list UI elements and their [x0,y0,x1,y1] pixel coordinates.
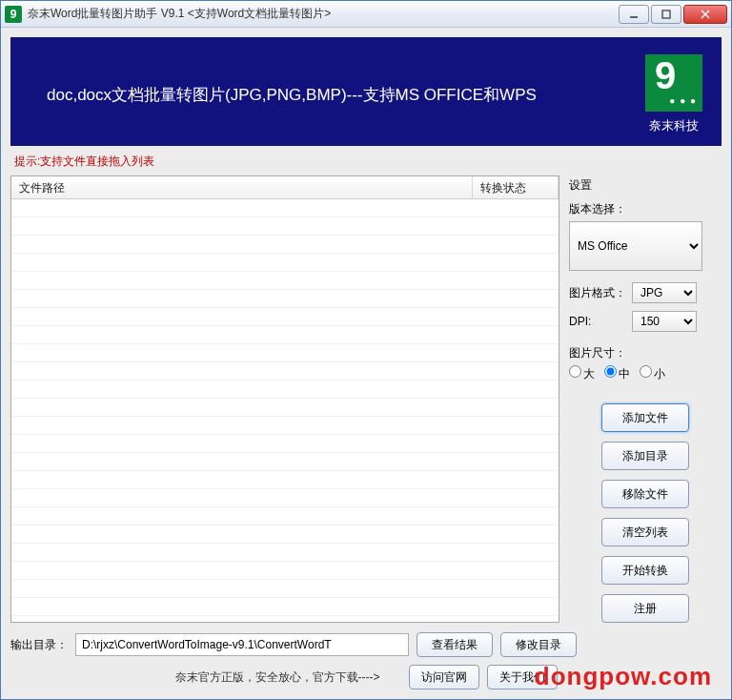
table-row [11,308,559,326]
table-row [11,562,559,580]
table-header: 文件路径 转换状态 [11,176,559,199]
main-area: 文件路径 转换状态 设置 版本选择： MS Office 图片格式： JPG [10,175,722,623]
app-window: 9 奈末Word批量转图片助手 V9.1 <支持Word文档批量转图片> doc… [0,0,732,700]
clear-list-button[interactable]: 清空列表 [601,518,689,546]
svg-rect-1 [662,10,670,18]
size-small[interactable]: 小 [640,365,665,382]
table-row [11,254,559,272]
table-row [11,236,559,254]
table-row [11,326,559,344]
version-label: 版本选择： [569,201,722,217]
format-select[interactable]: JPG [632,282,697,303]
table-row [11,344,559,362]
dpi-select[interactable]: 150 [632,311,697,332]
table-row [11,272,559,290]
about-button[interactable]: 关于我们 [487,665,558,690]
table-row [11,471,559,489]
output-row: 输出目录： 查看结果 修改目录 [10,632,722,657]
table-row [11,544,559,562]
table-row [11,453,559,471]
close-button[interactable] [683,5,727,24]
titlebar: 9 奈末Word批量转图片助手 V9.1 <支持Word文档批量转图片> [1,1,731,28]
logo-label: 奈末科技 [649,117,699,134]
logo-icon: 9● ● ● [645,54,702,112]
view-result-button[interactable]: 查看结果 [417,632,493,657]
size-label: 图片尺寸： [569,345,722,361]
action-buttons: 添加文件 添加目录 移除文件 清空列表 开始转换 注册 [569,403,722,623]
size-radio-group: 大 中 小 [569,365,722,382]
register-button[interactable]: 注册 [601,594,689,623]
content-area: doc,docx文档批量转图片(JPG,PNG,BMP)---支持MS OFFI… [1,28,731,699]
visit-site-button[interactable]: 访问官网 [409,665,479,690]
col-path-header: 文件路径 [11,176,473,198]
banner-logo: 9● ● ● 奈末科技 [645,54,702,134]
footer-text: 奈末官方正版，安全放心，官方下载----> [175,669,380,686]
table-row [11,290,559,308]
left-panel: 文件路径 转换状态 [10,175,559,623]
maximize-button[interactable] [651,5,681,24]
table-row [11,525,559,544]
size-large[interactable]: 大 [569,365,595,382]
table-row [11,399,559,417]
window-title: 奈末Word批量转图片助手 V9.1 <支持Word文档批量转图片> [28,6,619,22]
banner: doc,docx文档批量转图片(JPG,PNG,BMP)---支持MS OFFI… [10,37,722,146]
output-path-input[interactable] [75,633,409,656]
size-medium[interactable]: 中 [604,365,630,382]
banner-text: doc,docx文档批量转图片(JPG,PNG,BMP)---支持MS OFFI… [24,84,645,106]
table-row [11,362,559,381]
output-label: 输出目录： [10,637,68,653]
add-dir-button[interactable]: 添加目录 [601,442,689,470]
table-row [11,417,559,435]
format-label: 图片格式： [569,285,626,301]
watermark: dongpow.com [535,662,712,691]
table-row [11,381,559,399]
version-select[interactable]: MS Office [569,221,702,271]
start-convert-button[interactable]: 开始转换 [601,556,689,585]
settings-panel: 设置 版本选择： MS Office 图片格式： JPG DPI: 150 图片… [569,175,722,623]
dpi-label: DPI: [569,315,626,328]
col-status-header: 转换状态 [473,176,559,198]
footer: 奈末官方正版，安全放心，官方下载----> 访问官网 关于我们 dongpow.… [10,665,722,690]
table-row [11,580,559,598]
change-dir-button[interactable]: 修改目录 [500,632,577,657]
settings-title: 设置 [569,177,722,194]
remove-file-button[interactable]: 移除文件 [601,480,689,508]
add-file-button[interactable]: 添加文件 [601,403,689,432]
table-row [11,217,559,236]
table-row [11,507,559,525]
drag-hint: 提示:支持文件直接拖入列表 [10,146,722,175]
window-controls [619,5,727,24]
table-row [11,598,559,616]
table-row [11,435,559,453]
file-table[interactable]: 文件路径 转换状态 [10,175,559,623]
app-icon: 9 [5,6,22,23]
table-body[interactable] [11,199,559,622]
table-row [11,199,559,217]
table-row [11,489,559,507]
minimize-button[interactable] [619,5,649,24]
